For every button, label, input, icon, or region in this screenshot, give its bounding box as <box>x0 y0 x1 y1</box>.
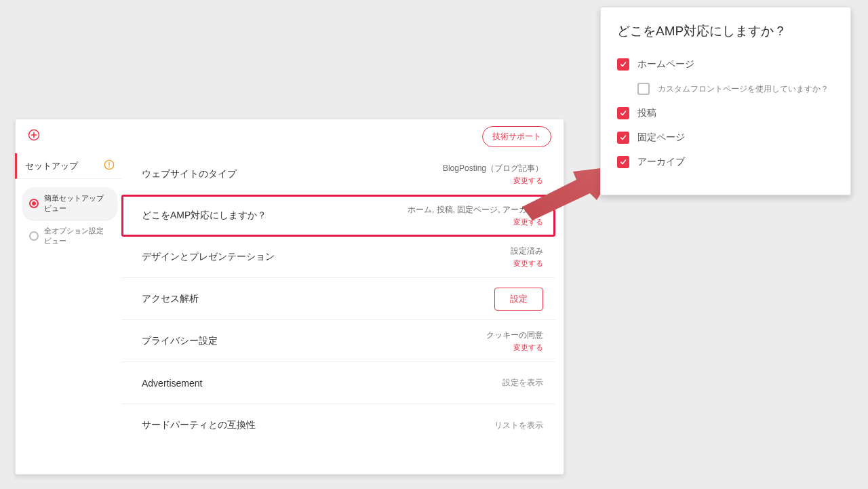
option-label: カスタムフロントページを使用していますか？ <box>658 83 829 95</box>
option-posts[interactable]: 投稿 <box>617 101 834 125</box>
checkbox-icon[interactable] <box>637 83 650 95</box>
settings-card: 技術サポート セットアップ 簡単セットアップビュー 全オプション設定ビュー <box>15 119 564 475</box>
radio-icon <box>29 199 39 208</box>
popup-title: どこをAMP対応にしますか？ <box>617 22 834 40</box>
option-label: 固定ページ <box>637 132 685 144</box>
card-header: 技術サポート <box>16 119 564 153</box>
card-body: セットアップ 簡単セットアップビュー 全オプション設定ビュー ウェブサイトのタイ… <box>16 153 564 475</box>
option-homepage[interactable]: ホームページ <box>617 52 834 77</box>
checkbox-icon[interactable] <box>617 132 629 144</box>
sidebar-title[interactable]: セットアップ <box>15 153 121 179</box>
row-design[interactable]: デザインとプレゼンテーション 設定済み 変更する <box>121 236 555 278</box>
row-title: ウェブサイトのタイプ <box>142 168 237 180</box>
row-advertisement[interactable]: Advertisement 設定を表示 <box>121 362 555 404</box>
svg-point-2 <box>108 166 110 168</box>
sidebar-title-label: セットアップ <box>25 160 78 172</box>
row-thirdparty[interactable]: サードパーティとの互換性 リストを表示 <box>121 404 555 446</box>
option-archive[interactable]: アーカイブ <box>617 150 834 174</box>
view-mode-easy[interactable]: 簡単セットアップビュー <box>22 187 117 220</box>
row-value: クッキーの同意 <box>486 330 543 341</box>
option-homepage-sub[interactable]: カスタムフロントページを使用していますか？ <box>617 77 834 101</box>
row-action-muted[interactable]: リストを表示 <box>494 420 543 431</box>
row-website-type[interactable]: ウェブサイトのタイプ BlogPosting（ブログ記事） 変更する <box>121 153 555 195</box>
radio-label: 全オプション設定ビュー <box>44 226 111 246</box>
row-title: サードパーティとの互換性 <box>142 419 256 431</box>
plus-icon[interactable] <box>28 129 40 144</box>
row-privacy[interactable]: プライバシー設定 クッキーの同意 変更する <box>121 320 555 362</box>
option-pages[interactable]: 固定ページ <box>617 125 834 150</box>
radio-label: 簡単セットアップビュー <box>44 193 111 214</box>
settings-list: ウェブサイトのタイプ BlogPosting（ブログ記事） 変更する どこをAM… <box>121 153 564 475</box>
row-title: デザインとプレゼンテーション <box>142 251 275 263</box>
setup-sidebar: セットアップ 簡単セットアップビュー 全オプション設定ビュー <box>16 153 121 475</box>
row-title: プライバシー設定 <box>142 335 218 347</box>
view-mode-group: 簡単セットアップビュー 全オプション設定ビュー <box>16 179 121 252</box>
row-title: どこをAMP対応にしますか？ <box>142 210 267 222</box>
checkbox-icon[interactable] <box>617 156 629 168</box>
warning-icon <box>104 159 115 172</box>
option-label: ホームページ <box>637 58 694 71</box>
row-amp-where[interactable]: どこをAMP対応にしますか？ ホーム, 投稿, 固定ページ, アーカイブ 変更す… <box>121 195 555 237</box>
row-analytics[interactable]: アクセス解析 設定 <box>121 278 555 320</box>
row-title: Advertisement <box>142 378 202 389</box>
change-link[interactable]: 変更する <box>513 258 543 269</box>
row-value: 設定済み <box>511 246 543 257</box>
checkbox-icon[interactable] <box>617 58 629 71</box>
option-label: 投稿 <box>637 107 656 119</box>
row-title: アクセス解析 <box>142 293 199 305</box>
row-action-muted[interactable]: 設定を表示 <box>502 377 543 389</box>
view-mode-all[interactable]: 全オプション設定ビュー <box>22 220 117 252</box>
setup-button[interactable]: 設定 <box>494 288 543 311</box>
change-link[interactable]: 変更する <box>513 343 543 353</box>
radio-icon <box>29 231 39 241</box>
option-label: アーカイブ <box>637 156 685 168</box>
tech-support-button[interactable]: 技術サポート <box>482 126 551 147</box>
amp-where-popup: どこをAMP対応にしますか？ ホームページ カスタムフロントページを使用していま… <box>600 7 851 195</box>
checkbox-icon[interactable] <box>617 107 629 119</box>
